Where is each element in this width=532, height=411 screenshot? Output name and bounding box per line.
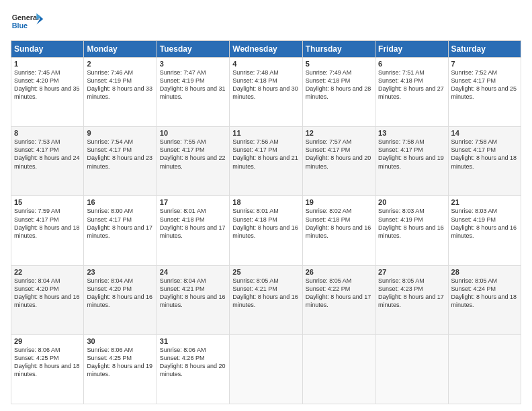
calendar-cell: [448, 334, 521, 404]
day-info: Sunrise: 7:59 AMSunset: 4:17 PMDaylight:…: [14, 207, 81, 240]
calendar-cell: 3Sunrise: 7:47 AMSunset: 4:19 PMDaylight…: [157, 58, 229, 127]
day-number: 1: [14, 60, 81, 68]
calendar-header-wednesday: Wednesday: [230, 41, 302, 58]
day-number: 17: [160, 198, 226, 206]
calendar-cell: 28Sunrise: 8:05 AMSunset: 4:24 PMDayligh…: [448, 265, 521, 334]
calendar-cell: 2Sunrise: 7:46 AMSunset: 4:19 PMDaylight…: [84, 58, 157, 127]
calendar-week-1: 1Sunrise: 7:45 AMSunset: 4:20 PMDaylight…: [11, 58, 521, 127]
day-info: Sunrise: 7:57 AMSunset: 4:17 PMDaylight:…: [306, 138, 372, 171]
calendar-table: SundayMondayTuesdayWednesdayThursdayFrid…: [11, 40, 521, 404]
calendar-cell: 9Sunrise: 7:54 AMSunset: 4:17 PMDaylight…: [84, 127, 157, 196]
calendar-cell: 5Sunrise: 7:49 AMSunset: 4:18 PMDaylight…: [302, 58, 375, 127]
day-number: 16: [87, 198, 153, 206]
calendar-cell: 24Sunrise: 8:04 AMSunset: 4:21 PMDayligh…: [157, 265, 229, 334]
calendar-week-5: 29Sunrise: 8:06 AMSunset: 4:25 PMDayligh…: [11, 334, 521, 404]
day-number: 29: [14, 337, 81, 345]
calendar-cell: [375, 334, 448, 404]
calendar-cell: 16Sunrise: 8:00 AMSunset: 4:17 PMDayligh…: [84, 196, 157, 265]
calendar-cell: 6Sunrise: 7:51 AMSunset: 4:18 PMDaylight…: [375, 58, 448, 127]
calendar-cell: 12Sunrise: 7:57 AMSunset: 4:17 PMDayligh…: [302, 127, 375, 196]
calendar-cell: 19Sunrise: 8:02 AMSunset: 4:18 PMDayligh…: [302, 196, 375, 265]
day-number: 4: [232, 60, 299, 68]
calendar-cell: 25Sunrise: 8:05 AMSunset: 4:21 PMDayligh…: [230, 265, 302, 334]
calendar-header-sunday: Sunday: [11, 41, 84, 58]
calendar-header-thursday: Thursday: [302, 41, 375, 58]
day-info: Sunrise: 8:05 AMSunset: 4:21 PMDaylight:…: [232, 277, 299, 310]
calendar-cell: 14Sunrise: 7:58 AMSunset: 4:17 PMDayligh…: [448, 127, 521, 196]
svg-text:General: General: [12, 13, 39, 21]
calendar-cell: 11Sunrise: 7:56 AMSunset: 4:17 PMDayligh…: [230, 127, 302, 196]
day-info: Sunrise: 7:45 AMSunset: 4:20 PMDaylight:…: [14, 68, 81, 101]
day-number: 24: [160, 268, 226, 276]
day-info: Sunrise: 7:49 AMSunset: 4:18 PMDaylight:…: [306, 68, 372, 101]
day-info: Sunrise: 7:56 AMSunset: 4:17 PMDaylight:…: [232, 138, 299, 171]
day-number: 21: [451, 198, 518, 206]
calendar-cell: [302, 334, 375, 404]
day-info: Sunrise: 8:01 AMSunset: 4:18 PMDaylight:…: [160, 207, 226, 240]
calendar-cell: 30Sunrise: 8:06 AMSunset: 4:25 PMDayligh…: [84, 334, 157, 404]
logo-icon: General Blue: [11, 8, 44, 35]
calendar-cell: 27Sunrise: 8:05 AMSunset: 4:23 PMDayligh…: [375, 265, 448, 334]
day-number: 5: [306, 60, 372, 68]
day-number: 14: [451, 129, 518, 137]
day-number: 12: [306, 129, 372, 137]
logo: General Blue: [11, 8, 44, 35]
day-number: 19: [306, 198, 372, 206]
day-info: Sunrise: 8:04 AMSunset: 4:20 PMDaylight:…: [87, 277, 153, 310]
day-info: Sunrise: 8:06 AMSunset: 4:25 PMDaylight:…: [14, 346, 81, 379]
day-info: Sunrise: 8:06 AMSunset: 4:25 PMDaylight:…: [87, 346, 153, 379]
calendar-header-saturday: Saturday: [448, 41, 521, 58]
day-info: Sunrise: 7:53 AMSunset: 4:17 PMDaylight:…: [14, 138, 81, 171]
day-info: Sunrise: 8:04 AMSunset: 4:20 PMDaylight:…: [14, 277, 81, 310]
day-info: Sunrise: 7:58 AMSunset: 4:17 PMDaylight:…: [378, 138, 445, 171]
day-info: Sunrise: 7:54 AMSunset: 4:17 PMDaylight:…: [87, 138, 153, 171]
day-number: 9: [87, 129, 153, 137]
day-info: Sunrise: 7:52 AMSunset: 4:17 PMDaylight:…: [451, 68, 518, 101]
day-info: Sunrise: 8:05 AMSunset: 4:23 PMDaylight:…: [378, 277, 445, 310]
calendar-cell: 13Sunrise: 7:58 AMSunset: 4:17 PMDayligh…: [375, 127, 448, 196]
calendar-cell: 10Sunrise: 7:55 AMSunset: 4:17 PMDayligh…: [157, 127, 229, 196]
day-info: Sunrise: 7:58 AMSunset: 4:17 PMDaylight:…: [451, 138, 518, 171]
svg-text:Blue: Blue: [12, 21, 28, 30]
calendar-cell: 15Sunrise: 7:59 AMSunset: 4:17 PMDayligh…: [11, 196, 84, 265]
calendar-cell: 1Sunrise: 7:45 AMSunset: 4:20 PMDaylight…: [11, 58, 84, 127]
day-number: 28: [451, 268, 518, 276]
calendar-week-4: 22Sunrise: 8:04 AMSunset: 4:20 PMDayligh…: [11, 265, 521, 334]
day-number: 30: [87, 337, 153, 345]
page: General Blue SundayMondayTuesdayWednesda…: [0, 0, 532, 411]
day-info: Sunrise: 7:48 AMSunset: 4:18 PMDaylight:…: [232, 68, 299, 101]
calendar-cell: 18Sunrise: 8:01 AMSunset: 4:18 PMDayligh…: [230, 196, 302, 265]
header: General Blue: [11, 8, 521, 35]
calendar-cell: 21Sunrise: 8:03 AMSunset: 4:19 PMDayligh…: [448, 196, 521, 265]
day-number: 6: [378, 60, 445, 68]
day-number: 8: [14, 129, 81, 137]
calendar-header-friday: Friday: [375, 41, 448, 58]
day-number: 20: [378, 198, 445, 206]
day-number: 10: [160, 129, 226, 137]
calendar-cell: 26Sunrise: 8:05 AMSunset: 4:22 PMDayligh…: [302, 265, 375, 334]
day-info: Sunrise: 8:05 AMSunset: 4:24 PMDaylight:…: [451, 277, 518, 310]
day-number: 15: [14, 198, 81, 206]
day-number: 31: [160, 337, 226, 345]
day-info: Sunrise: 7:47 AMSunset: 4:19 PMDaylight:…: [160, 68, 226, 101]
calendar-cell: 31Sunrise: 8:06 AMSunset: 4:26 PMDayligh…: [157, 334, 229, 404]
day-info: Sunrise: 8:03 AMSunset: 4:19 PMDaylight:…: [378, 207, 445, 240]
calendar-header-monday: Monday: [84, 41, 157, 58]
calendar-cell: 23Sunrise: 8:04 AMSunset: 4:20 PMDayligh…: [84, 265, 157, 334]
calendar-week-3: 15Sunrise: 7:59 AMSunset: 4:17 PMDayligh…: [11, 196, 521, 265]
calendar-cell: [230, 334, 302, 404]
day-number: 11: [232, 129, 299, 137]
calendar-cell: 22Sunrise: 8:04 AMSunset: 4:20 PMDayligh…: [11, 265, 84, 334]
day-number: 18: [232, 198, 299, 206]
calendar-week-2: 8Sunrise: 7:53 AMSunset: 4:17 PMDaylight…: [11, 127, 521, 196]
day-number: 23: [87, 268, 153, 276]
day-info: Sunrise: 7:46 AMSunset: 4:19 PMDaylight:…: [87, 68, 153, 101]
day-info: Sunrise: 7:55 AMSunset: 4:17 PMDaylight:…: [160, 138, 226, 171]
day-info: Sunrise: 8:06 AMSunset: 4:26 PMDaylight:…: [160, 346, 226, 379]
day-number: 22: [14, 268, 81, 276]
calendar-header-row: SundayMondayTuesdayWednesdayThursdayFrid…: [11, 41, 521, 58]
day-info: Sunrise: 8:04 AMSunset: 4:21 PMDaylight:…: [160, 277, 226, 310]
day-number: 2: [87, 60, 153, 68]
day-number: 25: [232, 268, 299, 276]
day-number: 13: [378, 129, 445, 137]
